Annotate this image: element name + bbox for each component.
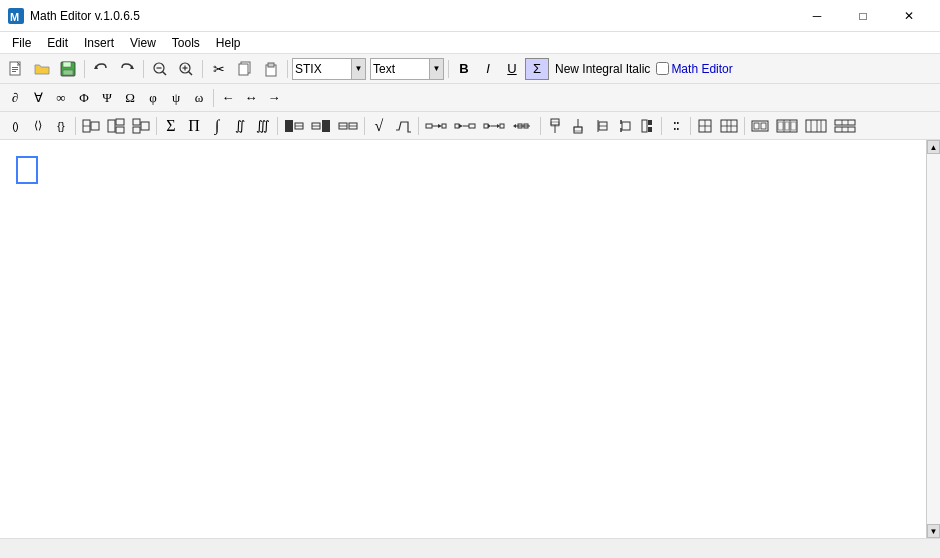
- math-vbrace4[interactable]: [613, 115, 635, 137]
- bold-button[interactable]: B: [453, 58, 475, 80]
- sigma-button[interactable]: Σ: [525, 58, 549, 80]
- math-triple-integral[interactable]: ∭: [252, 115, 274, 137]
- cut-button[interactable]: ✂: [207, 58, 231, 80]
- svg-rect-44: [442, 124, 446, 128]
- sep3: [202, 60, 203, 78]
- svg-rect-27: [116, 127, 124, 133]
- sym-leftrightarrow[interactable]: ↔: [240, 87, 262, 109]
- math-bracket-tmpl2[interactable]: [773, 115, 801, 137]
- zoom-in-button[interactable]: [174, 58, 198, 80]
- math-sqrt[interactable]: √: [368, 115, 390, 137]
- arrow-op2-icon: [454, 119, 476, 133]
- scroll-up-arrow[interactable]: ▲: [927, 140, 940, 154]
- math-template3[interactable]: [335, 115, 361, 137]
- sym-infinity[interactable]: ∞: [50, 87, 72, 109]
- sym-phi-lower[interactable]: φ: [142, 87, 164, 109]
- math-box1[interactable]: [79, 115, 103, 137]
- redo-button[interactable]: [115, 58, 139, 80]
- menu-file[interactable]: File: [4, 34, 39, 52]
- sym-psi-lower[interactable]: ψ: [165, 87, 187, 109]
- menu-insert[interactable]: Insert: [76, 34, 122, 52]
- math-bracket-tmpl4[interactable]: [831, 115, 859, 137]
- new-button[interactable]: [4, 58, 28, 80]
- math-braces[interactable]: {}: [50, 115, 72, 137]
- math-box2[interactable]: [104, 115, 128, 137]
- svg-rect-5: [12, 71, 16, 72]
- menu-help[interactable]: Help: [208, 34, 249, 52]
- math-box3[interactable]: [129, 115, 153, 137]
- math-arrow-op2[interactable]: [451, 115, 479, 137]
- svg-rect-53: [500, 124, 504, 128]
- math-grid2[interactable]: [717, 115, 741, 137]
- font-name-input[interactable]: [292, 58, 352, 80]
- menu-tools[interactable]: Tools: [164, 34, 208, 52]
- minimize-button[interactable]: ─: [794, 0, 840, 32]
- math-bracket-tmpl3[interactable]: [802, 115, 830, 137]
- save-button[interactable]: [56, 58, 80, 80]
- math-sigma[interactable]: Σ: [160, 115, 182, 137]
- sym-rightarrow[interactable]: →: [263, 87, 285, 109]
- math-dots[interactable]: ∶∶: [665, 115, 687, 137]
- vertical-scrollbar[interactable]: ▲ ▼: [926, 140, 940, 538]
- math-arrow-op3[interactable]: [480, 115, 508, 137]
- font-name-arrow[interactable]: ▼: [352, 58, 366, 80]
- sep-m5: [418, 117, 419, 135]
- math-editor-checkbox-area: [656, 62, 669, 75]
- underline-button[interactable]: U: [501, 58, 523, 80]
- math-parens[interactable]: (): [4, 115, 26, 137]
- math-vbrace3[interactable]: [590, 115, 612, 137]
- sep-m2: [156, 117, 157, 135]
- math-vbrace1[interactable]: [544, 115, 566, 137]
- sym-omega-upper[interactable]: Ω: [119, 87, 141, 109]
- math-vbrace5[interactable]: [636, 115, 658, 137]
- zoom-out-button[interactable]: [148, 58, 172, 80]
- undo-button[interactable]: [89, 58, 113, 80]
- math-bracket-tmpl1[interactable]: [748, 115, 772, 137]
- grid2-icon: [720, 119, 738, 133]
- close-button[interactable]: ✕: [886, 0, 932, 32]
- sep-m7: [661, 117, 662, 135]
- sep5: [448, 60, 449, 78]
- math-template2[interactable]: [308, 115, 334, 137]
- italic-button[interactable]: I: [477, 58, 499, 80]
- math-editor-link[interactable]: Math Editor: [671, 62, 732, 76]
- menu-view[interactable]: View: [122, 34, 164, 52]
- paste-button[interactable]: [259, 58, 283, 80]
- math-grid1[interactable]: [694, 115, 716, 137]
- scroll-down-arrow[interactable]: ▼: [927, 524, 940, 538]
- math-template1[interactable]: [281, 115, 307, 137]
- toolbar-symbols: ∂ ∀ ∞ Φ Ψ Ω φ ψ ω ← ↔ →: [0, 84, 940, 112]
- svg-rect-48: [469, 124, 475, 128]
- menu-edit[interactable]: Edit: [39, 34, 76, 52]
- copy-icon: [237, 61, 253, 77]
- math-angle[interactable]: ⟨⟩: [27, 115, 49, 137]
- svg-rect-28: [133, 119, 140, 125]
- svg-marker-54: [513, 124, 516, 128]
- math-editor-checkbox[interactable]: [656, 62, 669, 75]
- font-style-input[interactable]: [370, 58, 430, 80]
- maximize-button[interactable]: □: [840, 0, 886, 32]
- math-arrow-op4[interactable]: [509, 115, 537, 137]
- svg-rect-4: [12, 69, 18, 70]
- sep4: [287, 60, 288, 78]
- sym-forall[interactable]: ∀: [27, 87, 49, 109]
- sym-psi-upper[interactable]: Ψ: [96, 87, 118, 109]
- editor-area[interactable]: ▲ ▼: [0, 140, 940, 538]
- sym-leftarrow[interactable]: ←: [217, 87, 239, 109]
- math-integral[interactable]: ∫: [206, 115, 228, 137]
- sym-phi-upper[interactable]: Φ: [73, 87, 95, 109]
- sep-sym1: [213, 89, 214, 107]
- copy-button[interactable]: [233, 58, 257, 80]
- bracket-tmpl2-icon: [776, 119, 798, 133]
- math-arrow-op1[interactable]: [422, 115, 450, 137]
- math-pi[interactable]: Π: [183, 115, 205, 137]
- math-sqrt-n[interactable]: [391, 115, 415, 137]
- formula-box[interactable]: [16, 156, 38, 184]
- arrow-op4-icon: [512, 119, 534, 133]
- sym-omega-lower[interactable]: ω: [188, 87, 210, 109]
- math-dbl-integral[interactable]: ∬: [229, 115, 251, 137]
- math-vbrace2[interactable]: [567, 115, 589, 137]
- font-style-arrow[interactable]: ▼: [430, 58, 444, 80]
- open-button[interactable]: [30, 58, 54, 80]
- sym-partial[interactable]: ∂: [4, 87, 26, 109]
